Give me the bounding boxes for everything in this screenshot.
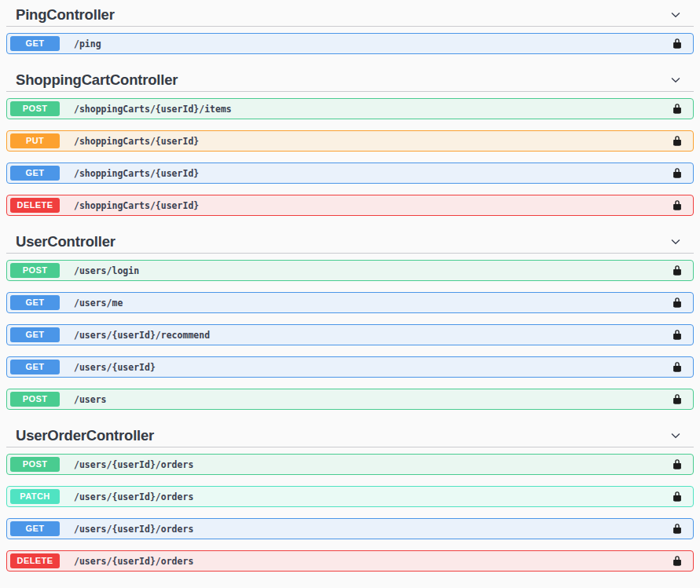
endpoint-path: /shoppingCarts/{userId}	[74, 136, 199, 147]
endpoint-row[interactable]: POST /users/login	[6, 260, 694, 281]
endpoint-path: /users/{userId}/recommend	[74, 330, 210, 341]
endpoint-list: POST /shoppingCarts/{userId}/items PUT /…	[6, 92, 694, 216]
expand-section-button[interactable]	[667, 235, 684, 249]
lock-icon	[672, 265, 683, 276]
endpoint-row[interactable]: DELETE /users/{userId}/orders	[6, 550, 694, 572]
authorize-lock-button[interactable]	[667, 327, 687, 342]
lock-icon	[672, 555, 683, 567]
method-badge: GET	[10, 36, 60, 51]
endpoint-path: /users/{userId}/orders	[74, 491, 193, 502]
endpoint-list: POST /users/login GET /users/me GET /use…	[6, 254, 694, 410]
authorize-lock-button[interactable]	[667, 36, 687, 51]
lock-icon	[672, 329, 683, 341]
controller-section: UserController POST /users/login GET /us…	[6, 227, 694, 410]
authorize-lock-button[interactable]	[667, 133, 687, 148]
authorize-lock-button[interactable]	[667, 489, 687, 504]
authorize-lock-button[interactable]	[667, 457, 687, 472]
method-badge: GET	[10, 327, 60, 342]
chevron-down-icon	[669, 73, 683, 87]
endpoint-path: /users/{userId}/orders	[74, 459, 193, 470]
endpoint-row[interactable]: PATCH /users/{userId}/orders	[6, 486, 694, 507]
endpoint-row[interactable]: GET /users/{userId}/recommend	[6, 324, 694, 345]
authorize-lock-button[interactable]	[667, 295, 687, 310]
endpoint-row[interactable]: GET /users/me	[6, 292, 694, 313]
lock-icon	[672, 135, 683, 147]
method-badge: GET	[10, 360, 60, 374]
method-badge: PATCH	[10, 489, 60, 504]
expand-section-button[interactable]	[667, 73, 684, 87]
endpoint-row[interactable]: DELETE /shoppingCarts/{userId}	[6, 195, 694, 216]
endpoint-path: /shoppingCarts/{userId}	[74, 168, 199, 179]
endpoint-row[interactable]: GET /users/{userId}/orders	[6, 518, 694, 539]
expand-section-button[interactable]	[667, 429, 684, 443]
authorize-lock-button[interactable]	[667, 198, 687, 213]
authorize-lock-button[interactable]	[667, 166, 687, 181]
controller-section-header[interactable]: ShoppingCartController	[6, 65, 694, 92]
controller-title: UserOrderController	[16, 427, 154, 444]
endpoint-path: /ping	[74, 38, 101, 49]
endpoint-row[interactable]: POST /users/{userId}/orders	[6, 454, 694, 475]
endpoint-path: /users/me	[74, 298, 123, 309]
lock-icon	[672, 361, 683, 373]
endpoint-path: /shoppingCarts/{userId}	[74, 200, 199, 211]
authorize-lock-button[interactable]	[667, 521, 687, 536]
method-badge: POST	[10, 457, 60, 472]
endpoint-row[interactable]: GET /ping	[6, 33, 694, 54]
lock-icon	[672, 297, 683, 309]
endpoint-row[interactable]: PUT /shoppingCarts/{userId}	[6, 130, 694, 152]
lock-icon	[672, 491, 683, 502]
authorize-lock-button[interactable]	[667, 360, 687, 374]
endpoint-row[interactable]: POST /users	[6, 389, 694, 410]
method-badge: GET	[10, 521, 60, 536]
method-badge: DELETE	[10, 553, 60, 568]
chevron-down-icon	[669, 8, 683, 22]
lock-icon	[672, 458, 683, 470]
endpoint-path: /shoppingCarts/{userId}/items	[74, 104, 232, 115]
endpoint-path: /users/{userId}/orders	[74, 524, 193, 535]
authorize-lock-button[interactable]	[667, 101, 687, 116]
chevron-down-icon	[669, 429, 683, 443]
chevron-down-icon	[669, 235, 683, 249]
endpoint-row[interactable]: GET /shoppingCarts/{userId}	[6, 163, 694, 184]
controller-section-header[interactable]: UserOrderController	[6, 421, 694, 447]
endpoint-row[interactable]: GET /users/{userId}	[6, 356, 694, 378]
controller-section: ShoppingCartController POST /shoppingCar…	[6, 65, 694, 216]
method-badge: POST	[10, 392, 60, 407]
lock-icon	[672, 199, 683, 211]
endpoint-list: POST /users/{userId}/orders PATCH /users…	[6, 447, 694, 572]
authorize-lock-button[interactable]	[667, 263, 687, 278]
controller-title: ShoppingCartController	[16, 71, 178, 89]
method-badge: POST	[10, 101, 60, 116]
lock-icon	[672, 167, 683, 179]
expand-section-button[interactable]	[667, 8, 684, 22]
method-badge: GET	[10, 295, 60, 310]
endpoint-list: GET /ping	[6, 27, 694, 54]
endpoint-row[interactable]: POST /shoppingCarts/{userId}/items	[6, 98, 694, 119]
lock-icon	[672, 393, 683, 405]
method-badge: GET	[10, 166, 60, 181]
method-badge: DELETE	[10, 198, 60, 213]
swagger-endpoint-list: PingController GET /ping ShoppingCartCon…	[6, 0, 694, 572]
lock-icon	[672, 103, 683, 115]
controller-section: UserOrderController POST /users/{userId}…	[6, 421, 694, 572]
endpoint-path: /users/{userId}	[74, 362, 156, 373]
endpoint-path: /users/login	[74, 265, 139, 276]
controller-section-header[interactable]: UserController	[6, 227, 694, 254]
controller-section: PingController GET /ping	[6, 0, 694, 54]
endpoint-path: /users	[74, 394, 107, 405]
endpoint-path: /users/{userId}/orders	[74, 556, 193, 567]
lock-icon	[672, 523, 683, 535]
authorize-lock-button[interactable]	[667, 553, 687, 568]
authorize-lock-button[interactable]	[667, 392, 687, 407]
controller-title: UserController	[16, 233, 115, 250]
lock-icon	[672, 38, 683, 49]
controller-section-header[interactable]: PingController	[6, 0, 694, 27]
controller-title: PingController	[16, 6, 115, 24]
method-badge: POST	[10, 263, 60, 278]
method-badge: PUT	[10, 133, 60, 148]
